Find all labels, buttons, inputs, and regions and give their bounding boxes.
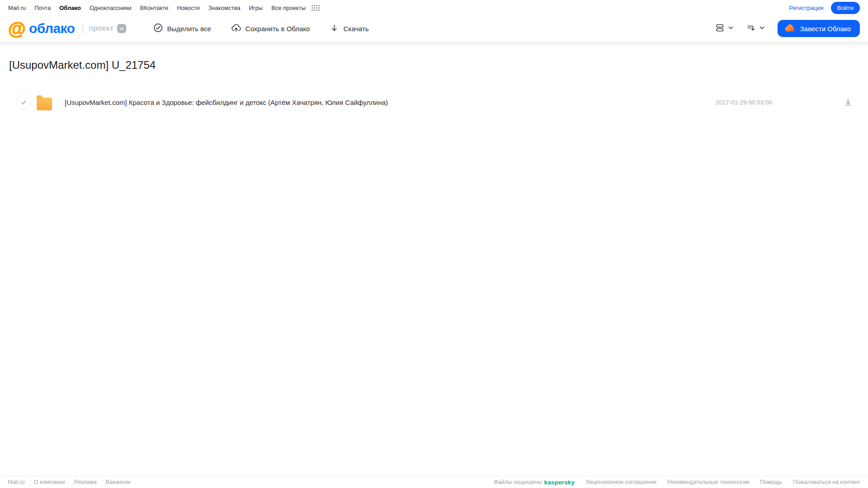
footer-link-jobs[interactable]: Вакансии [106, 479, 131, 485]
footer-link-mailru[interactable]: Mail.ru [8, 479, 25, 485]
row-download-button[interactable] [844, 98, 853, 107]
save-to-cloud-button[interactable]: Сохранить в Облако [231, 23, 310, 34]
top-nav-bar: Mail.ru Почта Облако Одноклассники ВКонт… [0, 0, 868, 15]
list-view-icon [715, 23, 725, 34]
login-button[interactable]: Войти [831, 2, 860, 14]
header-controls: Завести Облако [715, 20, 860, 37]
footer-link-about[interactable]: О компании [34, 479, 65, 485]
file-list-row[interactable]: [UsupovMarket.com] Красота и Здоровье: ф… [0, 93, 868, 112]
file-toolbar: Выделить все Сохранить в Облако Скачать [153, 23, 369, 34]
page-title: [UsupovMarket.com] U_21754 [9, 59, 868, 71]
footer-link-ads[interactable]: Реклама [74, 479, 96, 485]
nav-link-igry[interactable]: Игры [249, 5, 263, 11]
create-cloud-button[interactable]: Завести Облако [778, 20, 860, 37]
logo-brand-text: облако [29, 21, 75, 36]
kaspersky-logo: kaspersky [544, 479, 575, 486]
create-cloud-label: Завести Облако [800, 25, 851, 33]
sort-selector[interactable] [746, 23, 765, 34]
main-content: [UsupovMarket.com] U_21754 [UsupovMarket… [0, 59, 868, 112]
sort-icon [746, 23, 756, 34]
nav-link-mailru[interactable]: Mail.ru [8, 5, 26, 11]
nav-link-znakomstva[interactable]: Знакомства [208, 5, 240, 11]
save-to-cloud-label: Сохранить в Облако [246, 25, 310, 33]
chevron-down-icon [759, 24, 765, 33]
app-header: @ облако | проект VK Выделить все Сохран… [0, 15, 868, 42]
cloud-blob-icon [784, 24, 796, 34]
download-button[interactable]: Скачать [330, 24, 369, 34]
select-all-button[interactable]: Выделить все [153, 23, 211, 34]
mailru-at-icon: @ [8, 20, 26, 37]
download-underline-icon [844, 101, 853, 108]
file-date: 2017-01-29 00:53:00 [716, 99, 772, 106]
nav-link-odnoklassniki[interactable]: Одноклассники [90, 5, 132, 11]
file-name-link[interactable]: [UsupovMarket.com] Красота и Здоровье: ф… [65, 99, 388, 106]
row-checkbox[interactable] [16, 95, 31, 109]
registration-link[interactable]: Регистрация [789, 5, 824, 11]
folder-icon [37, 98, 52, 110]
check-circle-icon [153, 23, 163, 34]
auth-area: Регистрация Войти [789, 2, 860, 14]
footer-link-report[interactable]: Пожаловаться на контент [793, 479, 860, 485]
vk-badge-icon: VK [117, 24, 126, 33]
protected-text: Файлы защищены [494, 479, 542, 485]
footer-right-links: Файлы защищены kaspersky Лицензионное со… [483, 479, 860, 486]
portal-links: Mail.ru Почта Облако Одноклассники ВКонт… [8, 5, 320, 11]
kaspersky-protection: Файлы защищены kaspersky [494, 479, 575, 486]
project-label: проект [89, 24, 114, 33]
select-all-label: Выделить все [167, 25, 211, 33]
chevron-down-icon [728, 24, 734, 33]
logo-divider: | [81, 24, 84, 33]
nav-link-novosti[interactable]: Новости [177, 5, 199, 11]
footer-link-help[interactable]: Помощь [760, 479, 782, 485]
page-footer: Mail.ru О компании Реклама Вакансии Файл… [0, 476, 868, 488]
nav-link-oblako[interactable]: Облако [59, 5, 81, 11]
download-arrow-icon [330, 24, 339, 34]
footer-link-recommendations[interactable]: Рекомендательные технологии [667, 479, 749, 485]
footer-link-license[interactable]: Лицензионное соглашение [586, 479, 657, 485]
nav-link-vkontakte[interactable]: ВКонтакте [140, 5, 169, 11]
download-label: Скачать [343, 25, 369, 33]
nav-link-pochta[interactable]: Почта [34, 5, 51, 11]
cloud-logo[interactable]: @ облако | проект VK [8, 20, 126, 37]
view-mode-selector[interactable] [715, 23, 734, 34]
svg-text:VK: VK [119, 27, 123, 30]
all-projects-grid-icon[interactable] [312, 5, 320, 11]
cloud-upload-icon [231, 23, 241, 34]
nav-link-all-projects[interactable]: Все проекты [271, 5, 306, 11]
